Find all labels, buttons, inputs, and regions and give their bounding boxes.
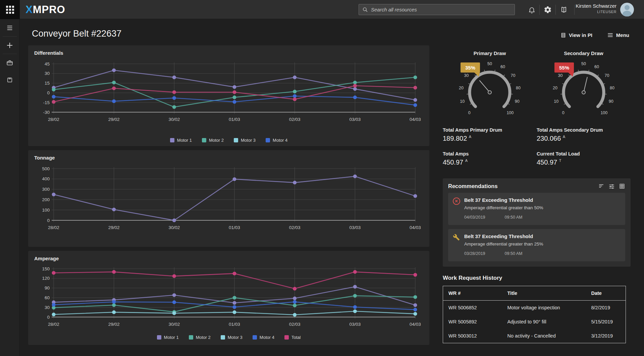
svg-text:29/02: 29/02 xyxy=(108,322,120,327)
stat-value: 189.802 A xyxy=(443,135,537,142)
svg-text:60: 60 xyxy=(594,64,599,69)
tonnage-card: Tonnage 28/0229/0230/0201/0302/0303/0304… xyxy=(28,150,429,247)
svg-text:60: 60 xyxy=(500,64,505,69)
table-row[interactable]: WR 5005892Adjusted to 90° fill5/15/2019 xyxy=(443,315,626,329)
chart-title: Amperage xyxy=(34,256,423,261)
notifications-button[interactable] xyxy=(527,5,536,14)
legend-swatch xyxy=(202,138,206,142)
svg-text:28/02: 28/02 xyxy=(48,225,59,230)
search-icon xyxy=(362,7,368,12)
sidebar xyxy=(0,19,20,356)
sort-icon xyxy=(598,183,604,189)
table-cell: 8/2/2019 xyxy=(586,301,626,315)
svg-text:02/03: 02/03 xyxy=(289,225,301,230)
table-column-header: Title xyxy=(502,286,586,301)
gauge-secondary: 010203040506070809010055% xyxy=(542,57,626,121)
svg-text:02/03: 02/03 xyxy=(289,322,301,327)
stat-value: 230.066 A xyxy=(537,135,631,142)
svg-text:01/03: 01/03 xyxy=(229,225,240,230)
recommendation-subtitle: Amperage differential greater than 50% xyxy=(464,205,621,210)
chart-title: Tonnage xyxy=(34,155,423,161)
chart-differentials: 28/0229/0230/0201/0302/0303/0304/0345301… xyxy=(34,58,423,136)
gauge-title: Primary Draw xyxy=(443,50,537,56)
svg-text:50: 50 xyxy=(487,61,492,66)
sort-button[interactable] xyxy=(598,183,604,189)
chart-title: Differentials xyxy=(34,50,423,56)
svg-text:90: 90 xyxy=(609,99,613,104)
menu-button[interactable]: Menu xyxy=(607,32,629,38)
secondary-draw-gauge: Secondary Draw 010203040506070809010055% xyxy=(537,50,631,122)
charts-column: Differentials 28/0229/0230/0201/0302/030… xyxy=(28,45,429,345)
filter-button[interactable] xyxy=(608,183,615,189)
docs-button[interactable] xyxy=(559,5,568,14)
gauges-row: Primary Draw 010203040506070809010035% S… xyxy=(443,50,631,122)
user-role: LITEUSER xyxy=(576,10,616,14)
recommendation-item[interactable]: ✕ Belt 37 Exceeding Threshold Amperage d… xyxy=(448,193,625,225)
topbar-divider xyxy=(539,5,540,15)
svg-text:70: 70 xyxy=(605,73,609,78)
briefcase-icon xyxy=(6,59,13,66)
legend-item: Motor 4 xyxy=(266,138,287,143)
avatar[interactable] xyxy=(620,3,634,16)
table-row[interactable]: WR 5003012No activity - Cancelled3/12/20… xyxy=(443,329,626,343)
grid-icon xyxy=(619,183,625,189)
chart-tonnage: 28/0229/0230/0201/0302/0303/0304/0350040… xyxy=(34,163,423,242)
svg-text:150: 150 xyxy=(42,266,50,271)
user-name: Kirsten Schwarzer xyxy=(576,3,616,9)
svg-text:01/03: 01/03 xyxy=(229,117,240,122)
topbar: XMPRO Kirsten Schwarzer LITEUSER xyxy=(0,0,644,19)
table-cell: WR 5005892 xyxy=(443,315,502,329)
svg-text:400: 400 xyxy=(42,176,50,181)
stat-label: Total Amps Secondary Drum xyxy=(537,127,631,133)
gauge-title: Secondary Draw xyxy=(537,50,631,56)
recommendation-title: Belt 37 Exceeding Threshold xyxy=(464,233,621,239)
svg-text:02/03: 02/03 xyxy=(289,117,301,122)
sidebar-item-assets[interactable] xyxy=(0,54,19,71)
sidebar-item-requests[interactable] xyxy=(0,71,19,88)
amperage-card: Amperage 28/0229/0230/0201/0302/0303/030… xyxy=(28,251,429,345)
svg-text:0: 0 xyxy=(562,110,565,115)
chart-amperage: 28/0229/0230/0201/0302/0303/0304/0315012… xyxy=(34,264,423,333)
stat-value: 450.97 T xyxy=(537,159,631,166)
svg-text:-15: -15 xyxy=(43,100,50,105)
svg-text:20: 20 xyxy=(459,86,464,90)
table-cell: Adjusted to 90° fill xyxy=(502,315,586,329)
app-grid-icon xyxy=(6,6,14,14)
settings-button[interactable] xyxy=(543,5,552,14)
work-request-history-title: Work Request History xyxy=(443,275,631,281)
app-grid-button[interactable] xyxy=(0,0,20,19)
svg-text:0: 0 xyxy=(47,218,50,223)
svg-text:300: 300 xyxy=(42,187,50,192)
table-column-header: WR # xyxy=(443,286,502,301)
stat-total-amps-secondary: Total Amps Secondary Drum 230.066 A xyxy=(537,127,631,142)
hamburger-icon xyxy=(6,24,13,32)
legend-swatch xyxy=(170,138,174,142)
svg-text:29/02: 29/02 xyxy=(108,225,120,230)
svg-text:10: 10 xyxy=(460,99,465,104)
svg-text:200: 200 xyxy=(42,197,50,202)
legend-swatch xyxy=(157,335,161,340)
recommendation-timestamp: 04/03/201909:50 AM xyxy=(464,215,621,220)
svg-text:10: 10 xyxy=(554,99,558,104)
legend-item: Motor 4 xyxy=(253,335,274,340)
legend-swatch xyxy=(234,138,238,142)
user-menu[interactable]: Kirsten Schwarzer LITEUSER xyxy=(576,3,616,14)
sidebar-item-add[interactable] xyxy=(0,37,19,54)
right-panel: Primary Draw 010203040506070809010035% S… xyxy=(443,50,631,343)
legend-item: Motor 3 xyxy=(234,138,256,143)
legend-item: Total xyxy=(284,335,301,340)
grid-view-button[interactable] xyxy=(619,183,625,189)
legend-swatch xyxy=(266,138,270,142)
sidebar-item-menu[interactable] xyxy=(0,19,19,36)
svg-text:01/03: 01/03 xyxy=(229,322,240,327)
view-in-pi-button[interactable]: View in PI xyxy=(560,32,592,38)
recommendation-item[interactable]: Belt 37 Exceeding Threshold Amperage dif… xyxy=(448,229,625,261)
search-input[interactable] xyxy=(371,7,511,12)
recommendations-toolbar xyxy=(598,183,625,189)
topbar-divider xyxy=(574,5,575,15)
stat-label: Total Amps xyxy=(443,151,537,157)
table-row[interactable]: WR 5006852Motor voltage inspection8/2/20… xyxy=(443,301,626,315)
table-cell: WR 5003012 xyxy=(443,329,502,343)
table-cell: 5/15/2019 xyxy=(586,315,626,329)
gauge-primary: 010203040506070809010035% xyxy=(448,57,532,121)
